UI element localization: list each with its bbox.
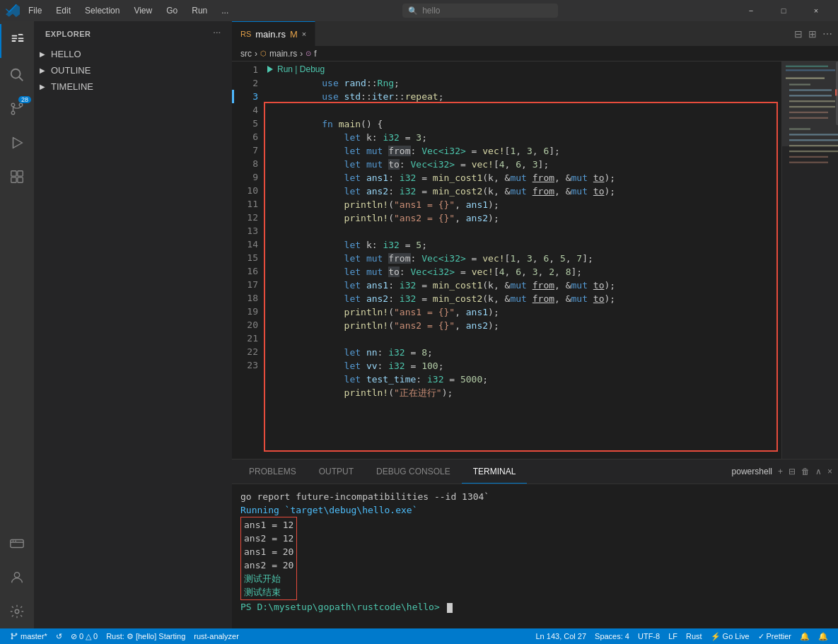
status-golive[interactable]: ⚡ Go Live (706, 632, 754, 641)
tab-terminal[interactable]: TERMINAL (462, 459, 528, 484)
breadcrumb-file-icon: ⬡ (260, 49, 267, 57)
code-line-12: let k: i32 = 5; (264, 225, 781, 238)
tab-debug-console[interactable]: DEBUG CONSOLE (365, 459, 462, 484)
terminal-cursor (447, 603, 453, 613)
win-close[interactable]: × (800, 0, 832, 21)
terminal-text-2: Running `target\debug\hello.exe` (240, 505, 417, 515)
status-spaces[interactable]: Spaces: 4 (590, 632, 634, 640)
ln-19: 19 (232, 305, 258, 318)
titlebar: File Edit Selection View Go Run ... 🔍 he… (0, 0, 838, 21)
add-terminal-icon[interactable]: + (778, 467, 783, 476)
activity-remote[interactable] (0, 527, 34, 561)
split-editor-icon[interactable]: ⊟ (794, 28, 803, 40)
code-line-7: let ans1: i32 = min_cost1(k, &mut from, … (264, 158, 781, 171)
ln-17: 17 (232, 278, 258, 291)
tab-problems[interactable]: PROBLEMS (238, 459, 308, 484)
panel-tabs: PROBLEMS OUTPUT DEBUG CONSOLE TERMINAL p… (232, 459, 838, 484)
win-minimize[interactable]: − (735, 0, 767, 21)
split-terminal-icon[interactable]: ⊟ (788, 467, 796, 476)
status-bar: master* ↺ ⊘ 0 △ 0 Rust: ⚙ [hello] Starti… (0, 628, 838, 644)
minimap (781, 62, 838, 459)
sidebar: EXPLORER ⋯ ▶ HELLO ▶ OUTLINE ▶ TIMELINE (34, 21, 232, 628)
code-line-2: use std::iter::repeat; (264, 76, 781, 90)
search-icon (9, 67, 25, 83)
new-file-icon[interactable]: ⋯ (213, 29, 221, 38)
tab-bar-empty (315, 21, 788, 46)
ln-23: 23 (232, 358, 258, 372)
extensions-icon (9, 169, 25, 185)
status-bell[interactable]: 🔔 (814, 632, 832, 641)
ln-10: 10 (232, 184, 258, 197)
menu-selection[interactable]: Selection (82, 4, 122, 17)
ln-8: 8 (232, 157, 258, 170)
activity-extensions[interactable] (0, 160, 34, 194)
warning-count: 0 (93, 632, 98, 640)
line-numbers: 1 2 3 4 5 6 7 8 9 10 11 12 13 14 15 16 1… (232, 62, 264, 459)
activity-settings[interactable] (0, 595, 34, 628)
status-prettier[interactable]: ✓ Prettier (754, 632, 796, 641)
terminal-content[interactable]: go report future-incompatibilities --id … (232, 484, 838, 628)
golive-label: Go Live (723, 632, 750, 640)
activity-account[interactable] (0, 561, 34, 595)
status-ra[interactable]: rust-analyzer (190, 628, 243, 644)
menu-edit[interactable]: Edit (53, 4, 74, 17)
svg-marker-5 (13, 138, 23, 148)
ln-18: 18 (232, 291, 258, 305)
tab-close-button[interactable]: × (302, 30, 306, 38)
kill-terminal-icon[interactable]: 🗑 (801, 467, 810, 476)
prettier-label: Prettier (767, 632, 791, 640)
status-encoding[interactable]: UTF-8 (634, 632, 664, 640)
run-debug-text[interactable]: Run | Debug (277, 64, 325, 74)
main-area: 28 (0, 21, 838, 628)
code-line-1: use rand::Rng; (264, 63, 781, 76)
close-panel-icon[interactable]: × (827, 467, 832, 476)
svg-point-0 (11, 69, 21, 78)
status-position[interactable]: Ln 143, Col 27 (531, 632, 590, 640)
status-notifications[interactable]: 🔔 (796, 632, 814, 641)
breadcrumb-file[interactable]: main.rs (269, 49, 297, 59)
sidebar-item-timeline[interactable]: ▶ TIMELINE (34, 78, 232, 95)
ra-label: rust-analyzer (194, 632, 239, 640)
sync-icon: ↺ (56, 632, 62, 641)
sidebar-item-hello[interactable]: ▶ HELLO (34, 46, 232, 62)
code-line-8: let ans2: i32 = min_cost2(k, &mut from, … (264, 171, 781, 185)
activity-search[interactable] (0, 58, 34, 92)
search-text: hello (422, 6, 440, 16)
svg-point-2 (11, 111, 15, 115)
menu-view[interactable]: View (131, 4, 155, 17)
breadcrumb-src[interactable]: src (240, 49, 252, 59)
ln-14: 14 (232, 238, 258, 251)
more-actions-icon[interactable]: ⋯ (822, 28, 832, 40)
activity-explorer[interactable] (0, 24, 34, 58)
status-sync[interactable]: ↺ (52, 628, 66, 644)
run-triangle-icon[interactable] (267, 66, 273, 73)
status-eol[interactable]: LF (664, 632, 682, 640)
code-line-9: println!("ans1 = {}", ans1); (264, 185, 781, 198)
tab-output[interactable]: OUTPUT (308, 459, 365, 484)
win-restore[interactable]: □ (767, 0, 800, 21)
editor-layout-icon[interactable]: ⊞ (808, 28, 817, 40)
tab-main-rs[interactable]: RS main.rs M × (232, 21, 315, 46)
run-debug-bar: Run | Debug (267, 64, 325, 74)
status-errors[interactable]: ⊘ 0 △ 0 (66, 628, 102, 644)
explorer-icon (10, 33, 25, 49)
breadcrumb-fn[interactable]: f (314, 49, 316, 59)
menu-go[interactable]: Go (163, 4, 180, 17)
encoding-label: UTF-8 (638, 632, 660, 640)
status-rust[interactable]: Rust: ⚙ [hello] Starting (102, 628, 190, 644)
sidebar-section-hello-label: HELLO (51, 49, 81, 59)
menu-bar: File Edit Selection View Go Run ... (25, 4, 231, 17)
expand-panel-icon[interactable]: ∧ (815, 467, 822, 476)
sidebar-item-outline[interactable]: ▶ OUTLINE (34, 62, 232, 78)
menu-file[interactable]: File (25, 4, 45, 17)
status-branch[interactable]: master* (6, 628, 52, 644)
code-content[interactable]: use rand::Rng; use std::iter::repeat; fn… (264, 62, 781, 459)
title-search[interactable]: 🔍 hello (402, 4, 558, 18)
svg-point-13 (13, 540, 14, 541)
activity-source-control[interactable]: 28 (0, 92, 34, 126)
menu-run[interactable]: Run (189, 4, 210, 17)
activity-run[interactable] (0, 126, 34, 160)
status-language[interactable]: Rust (682, 632, 706, 640)
menu-more[interactable]: ... (219, 4, 231, 17)
chevron-icon: ▶ (40, 66, 45, 74)
